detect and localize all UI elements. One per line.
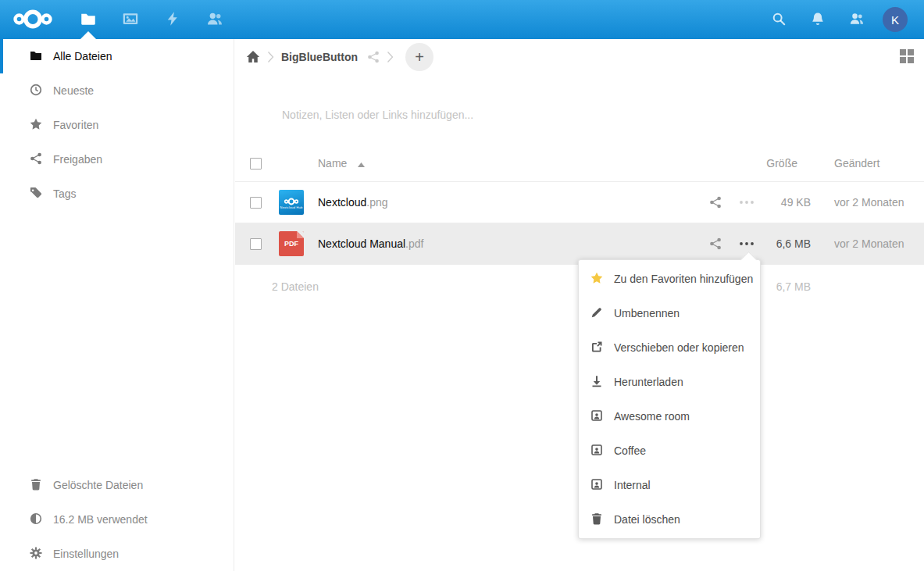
quota-icon: [30, 512, 42, 527]
clock-icon: [30, 84, 42, 98]
menu-item-internal[interactable]: Internal: [579, 468, 760, 502]
contacts-icon: [850, 12, 864, 28]
sidebar-item-settings[interactable]: Einstellungen: [0, 537, 234, 571]
contacts-icon: [207, 11, 223, 29]
file-modified: vor 2 Monaten: [811, 196, 924, 209]
sidebar-footer: Gelöschte Dateien 16.2 MB verwendet Eins…: [0, 468, 234, 571]
trash-icon: [30, 478, 42, 493]
thumbnail-label: PDF: [284, 240, 298, 248]
thumbnail-label: Nextcloud Hub: [280, 205, 303, 209]
menu-item-rename[interactable]: Umbenennen: [579, 296, 760, 330]
move-icon: [590, 341, 603, 355]
files-count: 2 Dateien: [272, 280, 319, 293]
home-icon[interactable]: [246, 50, 260, 64]
nextcloud-logo-icon: [284, 198, 299, 205]
file-name[interactable]: Nextcloud Manual.pdf: [318, 237, 700, 250]
breadcrumb-current-folder[interactable]: BigBlueButton: [281, 51, 358, 63]
search-button[interactable]: [759, 0, 798, 39]
nextcloud-logo-icon[interactable]: [12, 9, 53, 32]
grid-view-toggle-icon[interactable]: [900, 49, 914, 63]
sidebar-item-deleted-files[interactable]: Gelöschte Dateien: [0, 468, 234, 502]
sidebar-item-all-files[interactable]: Alle Dateien: [0, 39, 234, 73]
share-icon: [30, 152, 42, 167]
room-icon: [590, 478, 603, 493]
chevron-right-icon: [267, 51, 274, 63]
sidebar-item-label: Einstellungen: [53, 548, 119, 560]
more-actions-icon[interactable]: [731, 242, 762, 245]
file-row-nextcloud-png[interactable]: Nextcloud Hub Nextcloud.png 49 KB vor 2 …: [235, 182, 924, 223]
header-right: K: [759, 0, 924, 39]
new-file-button[interactable]: +: [405, 43, 433, 71]
chevron-right-icon: [387, 51, 394, 63]
pdf-file-thumbnail[interactable]: PDF: [279, 231, 304, 256]
pencil-icon: [590, 306, 603, 321]
top-bar: K: [0, 0, 924, 39]
tag-icon: [30, 187, 42, 202]
bell-icon: [811, 12, 825, 28]
sidebar-item-label: Gelöschte Dateien: [53, 479, 143, 491]
sidebar-item-label: Freigaben: [53, 153, 102, 166]
sidebar-item-recent[interactable]: Neueste: [0, 73, 234, 108]
share-icon[interactable]: [367, 51, 380, 63]
menu-item-download[interactable]: Herunterladen: [579, 365, 760, 399]
table-header-row: Name Größe Geändert: [235, 145, 924, 182]
app-files[interactable]: [67, 0, 109, 39]
workspace-notes-input[interactable]: Notizen, Listen oder Links hinzufügen...: [282, 109, 473, 121]
sidebar-item-label: Tags: [53, 187, 77, 200]
file-name[interactable]: Nextcloud.png: [318, 196, 700, 209]
activity-icon: [165, 11, 180, 29]
select-all-checkbox[interactable]: [250, 158, 262, 170]
search-icon: [772, 12, 786, 28]
image-file-thumbnail[interactable]: Nextcloud Hub: [279, 190, 304, 215]
app-photos[interactable]: [109, 0, 152, 39]
sidebar-item-quota[interactable]: 16.2 MB verwendet: [0, 502, 234, 537]
avatar[interactable]: K: [883, 7, 908, 32]
sidebar-item-label: Neueste: [53, 84, 94, 97]
file-size: 49 KB: [762, 196, 811, 209]
photos-icon: [123, 11, 138, 29]
star-icon: [590, 272, 603, 287]
app-menu: [67, 0, 236, 39]
notifications-button[interactable]: [798, 0, 837, 39]
file-modified: vor 2 Monaten: [811, 237, 924, 250]
sidebar-item-favorites[interactable]: Favoriten: [0, 108, 234, 142]
sidebar-item-label: 16.2 MB verwendet: [53, 513, 148, 526]
menu-item-coffee[interactable]: Coffee: [579, 434, 760, 468]
gear-icon: [30, 547, 42, 562]
sidebar-item-label: Alle Dateien: [53, 50, 112, 62]
row-checkbox[interactable]: [250, 238, 262, 250]
more-actions-icon[interactable]: [731, 201, 762, 204]
sidebar-item-shares[interactable]: Freigaben: [0, 142, 234, 177]
sidebar-item-tags[interactable]: Tags: [0, 177, 234, 211]
room-icon: [590, 409, 603, 424]
app-contacts[interactable]: [194, 0, 236, 39]
menu-item-delete-file[interactable]: Datei löschen: [579, 502, 760, 537]
menu-item-move-or-copy[interactable]: Verschieben oder kopieren: [579, 330, 760, 365]
download-icon: [590, 375, 603, 390]
file-size: 6,6 MB: [762, 237, 811, 250]
folder-icon: [80, 11, 96, 29]
trash-icon: [590, 512, 603, 527]
sidebar: Alle Dateien Neueste Favoriten Freigaben…: [0, 39, 234, 571]
share-icon[interactable]: [700, 237, 731, 250]
column-header-size[interactable]: Größe: [762, 157, 797, 170]
column-header-modified[interactable]: Geändert: [811, 157, 924, 170]
file-actions-menu: Zu den Favoriten hinzufügen Umbenennen V…: [578, 259, 761, 539]
column-header-name[interactable]: Name: [318, 157, 347, 170]
breadcrumb: BigBlueButton +: [235, 39, 924, 75]
sort-ascending-icon[interactable]: [358, 157, 365, 170]
row-checkbox[interactable]: [250, 197, 262, 209]
room-icon: [590, 444, 603, 459]
menu-item-awesome-room[interactable]: Awesome room: [579, 399, 760, 434]
menu-item-add-to-favorites[interactable]: Zu den Favoriten hinzufügen: [579, 262, 760, 296]
star-icon: [30, 118, 42, 133]
sidebar-item-label: Favoriten: [53, 119, 98, 131]
share-icon[interactable]: [700, 196, 731, 209]
contacts-menu-button[interactable]: [837, 0, 876, 39]
folder-icon: [30, 49, 42, 64]
app-activity[interactable]: [152, 0, 194, 39]
total-size: 6,7 MB: [776, 280, 811, 293]
